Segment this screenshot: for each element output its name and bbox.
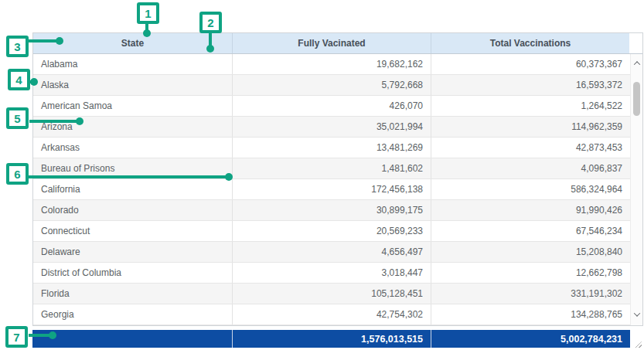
cell-fully-vacinated: 3,018,447 <box>233 263 431 283</box>
resize-grip-icon[interactable] <box>635 342 642 348</box>
cell-total-vaccinations: 114,962,359 <box>431 117 630 137</box>
callout-7-marker: 7 <box>5 326 28 348</box>
cell-total-vaccinations: 60,373,367 <box>431 54 630 74</box>
cell-state: District of Columbia <box>33 263 233 283</box>
table-header-row: State Fully Vacinated Total Vaccinations <box>33 33 642 54</box>
callout-1-marker: 1 <box>137 2 159 24</box>
page: State Fully Vacinated Total Vaccinations… <box>0 0 644 350</box>
callout-7-dot <box>49 331 56 339</box>
callout-5-dot <box>76 117 83 125</box>
table-row[interactable]: Florida105,128,451331,191,302 <box>33 284 630 304</box>
scrollbar-thumb[interactable] <box>633 82 640 116</box>
cell-state: Florida <box>33 284 233 304</box>
callout-5-marker: 5 <box>6 107 29 129</box>
callout-5-line <box>29 120 78 123</box>
table-row[interactable]: American Samoa426,0701,264,522 <box>33 96 630 117</box>
cell-total-vaccinations: 331,191,302 <box>431 284 630 304</box>
chevron-up-icon <box>633 61 639 67</box>
scroll-up-button[interactable] <box>631 57 642 70</box>
column-header-fully-vacinated[interactable]: Fully Vacinated <box>233 33 431 53</box>
table-row[interactable]: Delaware4,656,49715,208,840 <box>33 242 630 263</box>
table-row[interactable]: Connecticut20,569,23367,546,234 <box>33 221 630 242</box>
total-fully-vacinated: 1,576,013,515 <box>233 330 431 348</box>
header-scrollbar-spacer <box>629 33 642 53</box>
cell-total-vaccinations: 12,662,798 <box>431 263 630 283</box>
cell-fully-vacinated: 5,792,668 <box>233 75 431 95</box>
callout-1-dot <box>143 29 151 37</box>
cell-fully-vacinated: 42,754,302 <box>233 304 431 325</box>
table-row[interactable]: Arizona35,021,994114,962,359 <box>33 117 630 138</box>
vaccinations-table: State Fully Vacinated Total Vaccinations… <box>32 32 643 326</box>
cell-total-vaccinations: 134,288,765 <box>431 304 630 325</box>
cell-total-vaccinations: 4,096,837 <box>431 158 630 178</box>
cell-fully-vacinated: 105,128,451 <box>233 284 431 304</box>
cell-state: Colorado <box>33 200 233 220</box>
column-header-state[interactable]: State <box>33 33 233 53</box>
scrollbar-corner <box>630 330 643 348</box>
callout-2-dot <box>206 45 214 53</box>
cell-state: Delaware <box>33 242 233 262</box>
cell-total-vaccinations: 91,990,426 <box>431 200 630 220</box>
cell-state: American Samoa <box>33 96 233 116</box>
callout-6-dot <box>225 173 233 181</box>
cell-fully-vacinated: 30,899,175 <box>233 200 431 220</box>
table-row[interactable]: Alaska5,792,66816,593,372 <box>33 75 630 96</box>
cell-state: Arkansas <box>33 138 233 158</box>
cell-total-vaccinations: 42,873,453 <box>431 138 630 158</box>
callout-3-line <box>29 39 58 42</box>
callout-7-line <box>29 334 50 337</box>
total-state-cell <box>32 330 233 348</box>
table-row[interactable]: District of Columbia3,018,44712,662,798 <box>33 263 630 284</box>
cell-total-vaccinations: 15,208,840 <box>431 242 630 262</box>
callout-6-line <box>28 175 227 178</box>
scroll-down-button[interactable] <box>631 308 642 321</box>
cell-total-vaccinations: 1,264,522 <box>431 96 630 116</box>
cell-state: Georgia <box>33 304 233 325</box>
callout-4-marker: 4 <box>8 69 30 90</box>
callout-6-marker: 6 <box>6 163 29 185</box>
cell-fully-vacinated: 426,070 <box>233 96 431 116</box>
vertical-scrollbar[interactable] <box>630 54 642 325</box>
table-row[interactable]: Colorado30,899,17591,990,426 <box>33 200 630 221</box>
cell-fully-vacinated: 4,656,497 <box>233 242 431 262</box>
table-row[interactable]: Alabama19,682,16260,373,367 <box>33 54 630 75</box>
callout-2-marker: 2 <box>199 12 222 33</box>
cell-total-vaccinations: 67,546,234 <box>431 221 630 241</box>
cell-fully-vacinated: 35,021,994 <box>233 117 431 137</box>
cell-fully-vacinated: 19,682,162 <box>233 54 431 74</box>
cell-fully-vacinated: 13,481,269 <box>233 138 431 158</box>
column-header-total-vaccinations[interactable]: Total Vaccinations <box>431 33 629 53</box>
cell-total-vaccinations: 586,324,964 <box>431 179 630 199</box>
callout-4-dot <box>30 78 38 86</box>
callout-3-marker: 3 <box>6 36 29 57</box>
cell-state: Connecticut <box>33 221 233 241</box>
callout-3-dot <box>56 37 63 45</box>
cell-state: Alabama <box>33 54 233 74</box>
table-row[interactable]: Arkansas13,481,26942,873,453 <box>33 138 630 158</box>
table-row[interactable]: Georgia42,754,302134,288,765 <box>33 304 630 325</box>
total-total-vaccinations: 5,002,784,231 <box>431 330 630 348</box>
cell-total-vaccinations: 16,593,372 <box>431 75 630 95</box>
total-row: 1,576,013,515 5,002,784,231 <box>32 330 643 348</box>
cell-fully-vacinated: 20,569,233 <box>233 221 431 241</box>
cell-state: California <box>33 179 233 199</box>
table-body: Alabama19,682,16260,373,367Alaska5,792,6… <box>33 54 630 325</box>
table-row[interactable]: California172,456,138586,324,964 <box>33 179 630 200</box>
cell-fully-vacinated: 1,481,602 <box>233 158 431 178</box>
cell-fully-vacinated: 172,456,138 <box>233 179 431 199</box>
cell-state: Alaska <box>33 75 233 95</box>
chevron-down-icon <box>633 310 639 316</box>
